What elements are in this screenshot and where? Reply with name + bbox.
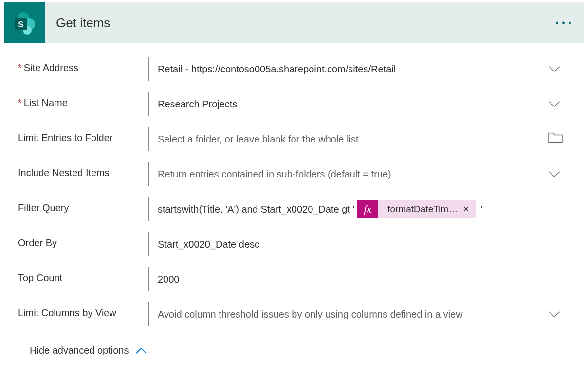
action-card-get-items: S Get items * Site Address Retail - http…: [4, 2, 584, 370]
remove-expression-button[interactable]: ✕: [462, 204, 470, 214]
chevron-down-icon: [548, 171, 561, 177]
list-name-dropdown[interactable]: Research Projects: [148, 92, 570, 116]
chevron-down-icon: [548, 311, 561, 318]
card-header[interactable]: S Get items: [4, 2, 584, 43]
site-address-dropdown[interactable]: Retail - https://contoso005a.sharepoint.…: [148, 57, 570, 81]
expression-pill-formatdatetime[interactable]: fx formatDateTim… ✕: [357, 200, 476, 218]
field-row-list-name: * List Name Research Projects: [18, 92, 570, 116]
limit-folder-picker[interactable]: Select a folder, or leave blank for the …: [148, 127, 570, 151]
field-row-site-address: * Site Address Retail - https://contoso0…: [18, 57, 570, 81]
required-star-icon: *: [18, 62, 22, 73]
required-star-icon: *: [18, 97, 22, 108]
sharepoint-icon: S: [4, 2, 45, 43]
filter-query-text-after: ': [480, 204, 482, 215]
label-limit-columns: Limit Columns by View: [18, 302, 148, 319]
label-limit-folder: Limit Entries to Folder: [18, 127, 148, 143]
top-count-input[interactable]: [148, 267, 570, 291]
chevron-down-icon: [548, 101, 561, 107]
label-top-count: Top Count: [18, 267, 148, 284]
label-order-by: Order By: [18, 232, 148, 248]
card-title: Get items: [56, 16, 110, 31]
hide-advanced-options-label: Hide advanced options: [30, 345, 129, 356]
order-by-input[interactable]: [148, 232, 570, 256]
field-row-limit-columns: Limit Columns by View Avoid column thres…: [18, 302, 570, 326]
field-row-include-nested: Include Nested Items Return entries cont…: [18, 162, 570, 186]
svg-text:S: S: [18, 20, 23, 29]
field-row-top-count: Top Count: [18, 267, 570, 291]
limit-folder-placeholder: Select a folder, or leave blank for the …: [158, 134, 358, 145]
filter-query-text-before: startswith(Title, 'A') and Start_x0020_D…: [158, 204, 354, 215]
label-site-address: * Site Address: [18, 57, 148, 73]
chevron-down-icon: [548, 66, 561, 72]
fx-icon: fx: [357, 200, 378, 218]
field-row-filter-query: Filter Query startswith(Title, 'A') and …: [18, 197, 570, 221]
hide-advanced-options-toggle[interactable]: Hide advanced options: [30, 345, 147, 356]
ellipsis-dot-icon: [562, 22, 565, 24]
include-nested-dropdown[interactable]: Return entries contained in sub-folders …: [148, 162, 570, 186]
limit-columns-placeholder: Avoid column threshold issues by only us…: [158, 309, 463, 320]
top-count-text[interactable]: [158, 274, 545, 285]
label-filter-query: Filter Query: [18, 197, 148, 213]
more-actions-button[interactable]: [556, 22, 571, 24]
label-list-name: * List Name: [18, 92, 148, 108]
ellipsis-dot-icon: [569, 22, 571, 24]
limit-columns-dropdown[interactable]: Avoid column threshold issues by only us…: [148, 302, 570, 326]
order-by-text[interactable]: [158, 239, 545, 250]
chevron-up-icon: [135, 347, 147, 354]
label-include-nested: Include Nested Items: [18, 162, 148, 178]
ellipsis-dot-icon: [556, 22, 558, 24]
card-body: * Site Address Retail - https://contoso0…: [4, 43, 584, 370]
expression-pill-label: formatDateTim…: [387, 204, 458, 214]
site-address-value: Retail - https://contoso005a.sharepoint.…: [158, 64, 396, 75]
list-name-value: Research Projects: [158, 99, 237, 110]
folder-icon[interactable]: [548, 133, 563, 146]
filter-query-input[interactable]: startswith(Title, 'A') and Start_x0020_D…: [148, 197, 570, 221]
field-row-limit-folder: Limit Entries to Folder Select a folder,…: [18, 127, 570, 151]
field-row-order-by: Order By: [18, 232, 570, 256]
include-nested-placeholder: Return entries contained in sub-folders …: [158, 169, 391, 180]
